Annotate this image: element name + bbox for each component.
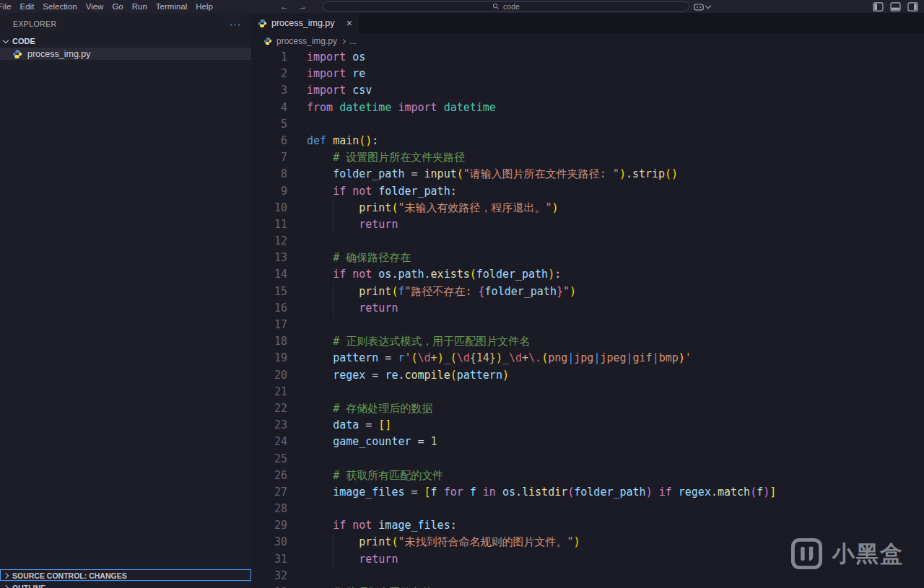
section-outline-label: OUTLINE <box>12 584 45 588</box>
menu-selection[interactable]: Selection <box>38 2 81 11</box>
tab-bar: process_img.py × <box>251 13 924 33</box>
line-number: 11 <box>251 216 287 233</box>
line-number: 32 <box>251 568 287 584</box>
breadcrumb[interactable]: process_img.py ... <box>251 33 924 49</box>
code-line: 22 # 存储处理后的数据 <box>251 400 924 417</box>
code-line: 4from datetime import datetime <box>251 100 924 116</box>
toggle-panel-icon[interactable] <box>890 2 901 12</box>
indent-guide <box>333 300 334 317</box>
menu-file[interactable]: File <box>0 2 16 11</box>
back-icon[interactable]: ← <box>280 1 289 12</box>
chevron-down-icon <box>705 2 711 8</box>
line-number: 4 <box>251 100 287 116</box>
code-line: 14 if not os.path.exists(folder_path): <box>251 266 924 283</box>
code-line: 20 regex = re.compile(pattern) <box>251 367 924 384</box>
search-icon <box>492 3 500 10</box>
code-line-content: # 确保路径存在 <box>307 250 411 266</box>
menu-bar: FileEditSelectionViewGoRunTerminalHelp <box>0 2 217 11</box>
copilot-menu[interactable] <box>694 0 710 13</box>
code-line-content: import os <box>307 49 365 66</box>
indent-guide <box>333 284 334 300</box>
line-number: 6 <box>251 133 287 149</box>
python-file-icon <box>263 37 272 45</box>
code-line-content: # 处理每个图片文件 <box>307 584 432 588</box>
code-line: 18 # 正则表达式模式，用于匹配图片文件名 <box>251 333 924 350</box>
file-item-label: process_img.py <box>27 49 91 59</box>
more-actions-icon[interactable]: ··· <box>230 19 241 30</box>
code-line-content: import csv <box>307 82 372 99</box>
code-line: 23 data = [] <box>251 417 924 434</box>
code-line-content: return <box>307 216 398 233</box>
breadcrumb-symbol[interactable]: ... <box>349 36 357 46</box>
section-outline[interactable]: OUTLINE <box>0 582 251 588</box>
breadcrumb-file[interactable]: process_img.py <box>276 36 337 46</box>
code-line: 15 print(f"路径不存在: {folder_path}") <box>251 284 924 300</box>
folder-section-code[interactable]: CODE <box>0 35 251 48</box>
close-icon[interactable]: × <box>346 18 352 28</box>
code-line: 8 folder_path = input("请输入图片所在文件夹路径: ").… <box>251 166 924 183</box>
menu-go[interactable]: Go <box>108 2 127 11</box>
code-line: 24 game_counter = 1 <box>251 434 924 450</box>
chevron-down-icon <box>3 37 9 43</box>
line-number: 1 <box>251 49 287 66</box>
code-line-content: import re <box>307 66 365 82</box>
menu-view[interactable]: View <box>82 2 108 11</box>
command-center-search[interactable]: code <box>323 1 689 12</box>
code-line: 11 return <box>251 216 924 233</box>
file-item-process-img[interactable]: process_img.py <box>0 48 251 60</box>
code-line-content: print(f"路径不存在: {folder_path}") <box>307 284 576 300</box>
vscode-window: FileEditSelectionViewGoRunTerminalHelp ←… <box>0 0 924 588</box>
explorer-title: EXPLORER <box>13 19 56 28</box>
code-line-content: regex = re.compile(pattern) <box>307 367 509 384</box>
line-number: 8 <box>251 166 287 183</box>
code-line-content: # 获取所有匹配的文件 <box>307 468 443 484</box>
forward-icon[interactable]: → <box>298 1 307 12</box>
code-line: 5 <box>251 116 924 133</box>
section-source-control[interactable]: SOURCE CONTROL: CHANGES <box>0 569 251 581</box>
code-line: 31 return <box>251 551 924 568</box>
section-source-control-label: SOURCE CONTROL: CHANGES <box>12 571 127 580</box>
line-number: 10 <box>251 200 287 216</box>
code-line-content: image_files = [f for f in os.listdir(fol… <box>307 484 776 501</box>
code-line: 13 # 确保路径存在 <box>251 250 924 266</box>
code-line: 10 print("未输入有效路径，程序退出。") <box>251 200 924 216</box>
toggle-secondary-sidebar-icon[interactable] <box>907 2 918 12</box>
code-line: 29 if not image_files: <box>251 517 924 534</box>
menu-help[interactable]: Help <box>191 2 217 11</box>
code-line: 26 # 获取所有匹配的文件 <box>251 468 924 484</box>
tab-process-img[interactable]: process_img.py × <box>251 13 359 33</box>
menu-terminal[interactable]: Terminal <box>152 2 191 11</box>
code-line: 19 pattern = r'(\d+)_(\d{14})_\d+\.(png|… <box>251 350 924 367</box>
code-line: 12 <box>251 233 924 250</box>
code-line-content: # 存储处理后的数据 <box>307 400 432 417</box>
menu-edit[interactable]: Edit <box>16 2 39 11</box>
explorer-header: EXPLORER ··· <box>0 13 251 35</box>
code-line-content: # 正则表达式模式，用于匹配图片文件名 <box>307 333 530 350</box>
line-number: 13 <box>251 250 287 266</box>
code-line-content: from datetime import datetime <box>307 100 496 116</box>
toggle-sidebar-icon[interactable] <box>873 2 884 12</box>
history-nav: ← → <box>280 0 307 13</box>
menu-run[interactable]: Run <box>128 2 152 11</box>
code-line: 25 <box>251 451 924 468</box>
indent-guide <box>333 200 334 216</box>
indent-guide <box>333 534 334 550</box>
code-line: 28 <box>251 501 924 517</box>
code-line-content: if not image_files: <box>307 517 457 534</box>
line-number: 22 <box>251 400 287 417</box>
indent-guide <box>333 551 334 568</box>
line-number: 14 <box>251 266 287 283</box>
indent-guide <box>333 216 334 233</box>
title-bar: FileEditSelectionViewGoRunTerminalHelp ←… <box>0 0 924 13</box>
line-number: 30 <box>251 534 287 550</box>
code-line: 32 <box>251 568 924 584</box>
search-text: code <box>503 2 520 11</box>
code-editor[interactable]: 1import os2import re3import csv4from dat… <box>251 49 924 588</box>
code-line: 17 <box>251 317 924 333</box>
line-number: 5 <box>251 116 287 133</box>
code-line-content: print("未输入有效路径，程序退出。") <box>307 200 559 216</box>
line-number: 16 <box>251 300 287 317</box>
code-line-content: # 设置图片所在文件夹路径 <box>307 149 465 166</box>
line-number: 23 <box>251 417 287 434</box>
code-line-content: folder_path = input("请输入图片所在文件夹路径: ").st… <box>307 166 678 183</box>
